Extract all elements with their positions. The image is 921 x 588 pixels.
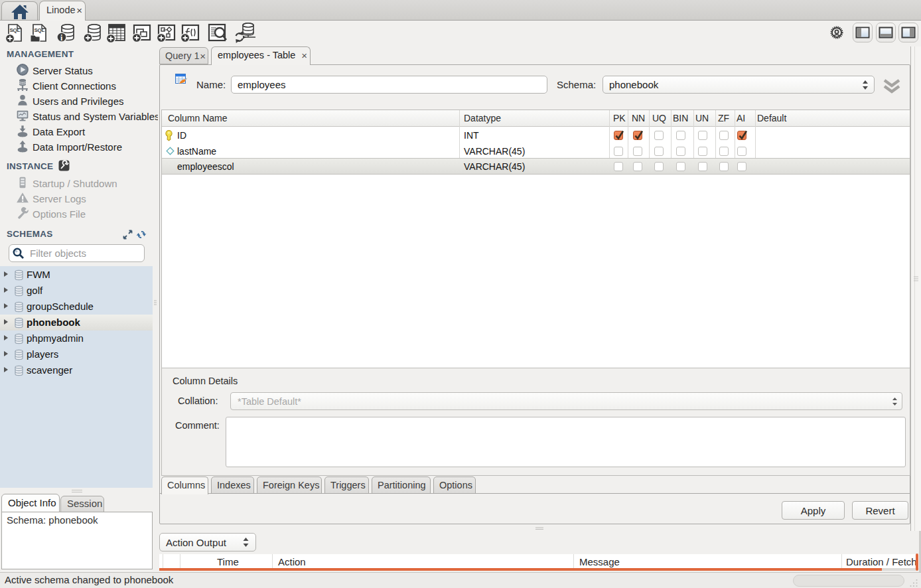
svg-text:SQL: SQL: [10, 27, 21, 33]
svg-text:SQL: SQL: [35, 27, 45, 33]
